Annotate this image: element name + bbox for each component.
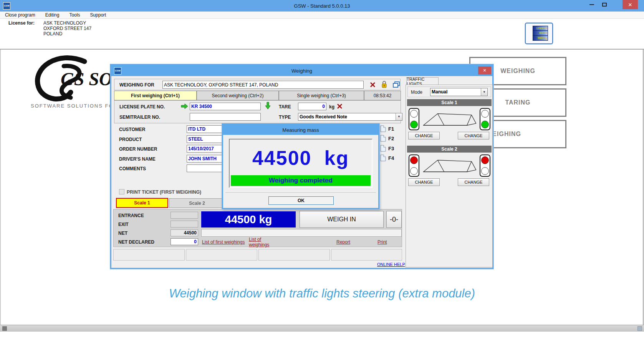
online-help-link[interactable]: ONLINE HELP	[377, 262, 405, 267]
order-number-label: ORDER NUMBER	[119, 146, 157, 152]
list-of-first-weighings-link[interactable]: List of first weighings	[202, 239, 245, 245]
menu-support[interactable]: Support	[90, 12, 106, 18]
tab-scale-1[interactable]: Scale 1	[116, 198, 168, 208]
net-label: NET	[118, 231, 127, 236]
mode-row: Mode Manual ▼	[407, 86, 491, 97]
license-line-1: ASK TECHNOLOGY	[43, 20, 86, 26]
secondary-display-field	[201, 229, 402, 237]
weighing-for-label: WEIGHING FOR	[119, 82, 154, 88]
tare-unit-label: kg	[329, 104, 334, 110]
print-link[interactable]: Print	[377, 239, 387, 245]
close-icon[interactable]: ✕	[622, 0, 638, 9]
blank-function-button-1[interactable]	[113, 249, 185, 261]
scale-display-icon: 12600 kg 800 kg 5600 kg	[533, 26, 548, 42]
drivers-name-label: DRIVER'S NAME	[119, 156, 156, 162]
exit-label: EXIT	[118, 222, 129, 227]
header-separator	[0, 49, 644, 50]
blank-function-button-4[interactable]	[331, 249, 402, 261]
menu-close-program[interactable]: Close program	[5, 12, 35, 18]
arrow-down-icon[interactable]	[265, 102, 271, 110]
scale-2-header: Scale 2	[407, 146, 492, 153]
fkey-f3[interactable]: F3	[380, 145, 394, 152]
tab-second-weighing[interactable]: Second weighing (Ctrl+2)	[197, 91, 279, 100]
tab-scale-2[interactable]: Scale 2	[169, 198, 225, 208]
scale-2-right-top-lamp	[481, 156, 489, 164]
weigh-in-button[interactable]: WEIGH IN	[300, 211, 384, 228]
clear-tare-icon[interactable]	[336, 103, 343, 110]
dialog-divider	[225, 193, 376, 193]
window-title: GSW - Standard 5.0.0.13	[0, 3, 644, 9]
desktop: GSW GSW - Standard 5.0.0.13 ✕ Close prog…	[0, 0, 644, 357]
traffic-lights-panel: Mode Manual ▼ Scale 1	[406, 85, 493, 267]
arrow-right-icon	[181, 103, 188, 109]
license-plate-input[interactable]	[190, 103, 261, 110]
exit-field	[171, 221, 198, 227]
tare-label: TARE	[279, 104, 291, 110]
weighing-for-panel: WEIGHING FOR	[114, 79, 401, 90]
mode-select[interactable]: Manual ▼	[430, 88, 488, 96]
semitrailer-label: SEMITRAILER NO.	[119, 115, 160, 120]
scale-2-right-traffic-light	[480, 154, 490, 177]
net-declared-input[interactable]	[171, 238, 198, 245]
weighbridge-icon	[422, 156, 477, 176]
fkey-f4[interactable]: F4	[380, 154, 394, 161]
status-strip-right-icon	[637, 326, 642, 331]
traffic-lights-tab[interactable]: TRAFFIC LIGHTS	[406, 77, 439, 85]
tab-first-weighing[interactable]: First weighing (Ctrl+1)	[114, 91, 197, 100]
maximize-icon[interactable]	[599, 0, 610, 9]
vehicle-group: LICENSE PLATE NO. TARE kg SEMITRAILER NO…	[114, 100, 401, 123]
scale-2-left-top-lamp	[410, 156, 418, 164]
net-field: 44500	[171, 229, 198, 236]
list-of-weighings-link[interactable]: List of weighings	[249, 237, 271, 247]
type-select[interactable]: Goods Received Note ▼	[298, 113, 402, 121]
scale-1-left-bottom-lamp	[410, 121, 418, 128]
measuring-dialog-titlebar[interactable]: Measuring mass	[223, 125, 378, 135]
scale-1-change-left-button[interactable]: CHANGE	[408, 132, 440, 139]
scale-1-header: Scale 1	[407, 99, 492, 106]
lock-icon[interactable]	[381, 80, 387, 89]
entrance-label: ENTRANCE	[118, 213, 144, 218]
scale-2-change-right-button[interactable]: CHANGE	[458, 178, 489, 186]
zero-indicator[interactable]: -0-	[386, 211, 402, 228]
semitrailer-input[interactable]	[190, 113, 261, 121]
blank-function-button-2[interactable]	[186, 249, 257, 261]
scale-1-change-right-button[interactable]: CHANGE	[458, 132, 489, 139]
menu-tools[interactable]: Tools	[69, 12, 80, 18]
print-ticket-checkbox[interactable]	[119, 189, 124, 194]
tab-single-weighing[interactable]: Single weighing (Ctrl+3)	[279, 91, 364, 100]
measuring-dialog-title: Measuring mass	[223, 127, 378, 133]
comments-label: COMMENTS	[119, 166, 146, 171]
mode-label: Mode	[411, 90, 422, 95]
scale-display-button[interactable]: 12600 kg 800 kg 5600 kg	[525, 23, 553, 44]
blank-function-button-3[interactable]	[258, 249, 330, 261]
scale-1-right-traffic-light	[480, 108, 490, 130]
fkey-f1[interactable]: F1	[380, 125, 394, 132]
license-line-3: POLAND	[43, 31, 62, 37]
entrance-field	[171, 212, 198, 219]
totals-group: ENTRANCE EXIT NET 44500 NET DECLARED 445…	[113, 209, 402, 247]
live-mass-display: 44500 kg	[201, 211, 296, 227]
report-link[interactable]: Report	[336, 239, 350, 245]
scale-2-change-left-button[interactable]: CHANGE	[408, 178, 440, 186]
scale-1-left-traffic-light	[409, 108, 419, 130]
weighing-dialog-titlebar[interactable]: GSW Weighing ✕	[111, 65, 492, 76]
weighing-dialog-close-icon[interactable]: ✕	[478, 66, 491, 75]
window-border-left	[0, 50, 1, 325]
document-icon	[380, 145, 386, 152]
type-dropdown-arrow-icon[interactable]: ▼	[396, 113, 402, 120]
mode-dropdown-arrow-icon[interactable]: ▼	[481, 88, 487, 96]
weighing-for-input[interactable]	[162, 81, 364, 89]
minimize-icon[interactable]	[586, 0, 598, 9]
scale-1-left-top-lamp	[410, 110, 418, 118]
copy-icon[interactable]	[392, 81, 400, 88]
status-strip-left-icon	[2, 326, 7, 331]
net-declared-label: NET DECLARED	[118, 239, 154, 245]
clear-weighing-for-icon[interactable]	[369, 81, 376, 88]
ok-button[interactable]: OK	[268, 196, 334, 205]
clock-display: 08:53:42	[364, 91, 401, 100]
menu-editing[interactable]: Editing	[45, 12, 60, 18]
tare-input[interactable]	[298, 103, 326, 110]
print-ticket-label: PRINT TICKET (FIRST WEIGHING)	[127, 189, 201, 195]
window-border-right	[643, 50, 644, 325]
fkey-f2[interactable]: F2	[380, 135, 394, 142]
